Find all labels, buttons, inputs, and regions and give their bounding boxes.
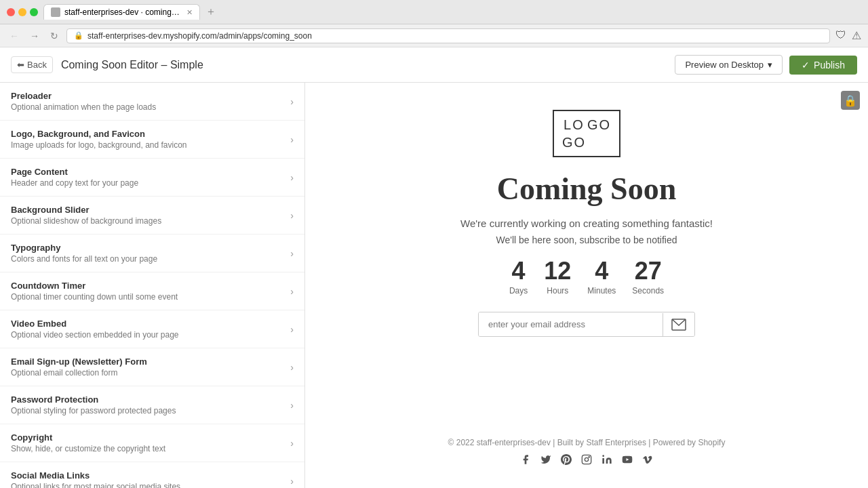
countdown-seconds-value: 27	[635, 259, 662, 283]
logo-box: LO GO GO	[553, 110, 620, 157]
sidebar-item-logo-desc: Image uploads for logo, background, and …	[11, 140, 283, 150]
sidebar-item-page-content-desc: Header and copy text for your page	[11, 178, 283, 188]
preview-button[interactable]: Preview on Desktop ▾	[675, 55, 783, 75]
sidebar-item-logo[interactable]: Logo, Background, and Favicon Image uplo…	[0, 121, 304, 159]
linkedin-icon[interactable]	[601, 454, 612, 468]
chevron-right-icon: ›	[290, 400, 294, 411]
chevron-right-icon: ›	[290, 248, 294, 259]
countdown-days-value: 4	[512, 259, 526, 283]
sidebar-item-social-media-content: Social Media Links Optional links for mo…	[11, 470, 283, 488]
preview-panel: 🔒 LO GO GO Coming Soon We're currently w…	[305, 83, 868, 488]
sidebar-item-background-slider[interactable]: Background Slider Optional slideshow of …	[0, 197, 304, 235]
sidebar-item-countdown-content: Countdown Timer Optional timer counting …	[11, 281, 283, 302]
chevron-right-icon: ›	[290, 210, 294, 221]
sidebar-item-typography-title: Typography	[11, 243, 283, 253]
sidebar-item-page-content[interactable]: Page Content Header and copy text for yo…	[0, 159, 304, 197]
sidebar-item-page-content-title: Page Content	[11, 167, 283, 177]
back-label: Back	[27, 60, 47, 70]
sidebar-item-social-media-title: Social Media Links	[11, 470, 283, 481]
publish-check-icon: ✓	[802, 60, 810, 70]
preview-label: Preview on Desktop	[685, 60, 764, 70]
sidebar-item-email-signup-desc: Optional email collection form	[11, 368, 283, 378]
sidebar-item-video-embed-content: Video Embed Optional video section embed…	[11, 319, 283, 340]
logo-grid: LO GO GO	[562, 117, 611, 150]
sidebar-item-background-slider-content: Background Slider Optional slideshow of …	[11, 205, 283, 226]
preview-frame: 🔒 LO GO GO Coming Soon We're currently w…	[305, 83, 868, 488]
lock-icon[interactable]: 🔒	[841, 91, 860, 110]
tab-close-icon[interactable]: ✕	[186, 8, 193, 17]
sidebar-item-video-embed-title: Video Embed	[11, 319, 283, 329]
logo-tr: GO	[587, 117, 611, 133]
sidebar-item-copyright-desc: Show, hide, or customize the copyright t…	[11, 444, 283, 453]
chevron-right-icon: ›	[290, 286, 294, 297]
svg-rect-1	[582, 455, 591, 464]
sidebar: Preloader Optional animation when the pa…	[0, 83, 305, 488]
svg-point-3	[589, 457, 589, 458]
email-input[interactable]	[479, 312, 663, 336]
chevron-right-icon: ›	[290, 438, 294, 449]
new-tab-icon[interactable]: ＋	[205, 5, 216, 19]
publish-label: Publish	[814, 60, 845, 70]
app-header-right: Preview on Desktop ▾ ✓ Publish	[675, 55, 857, 75]
address-bar[interactable]: 🔒 staff-enterprises-dev.myshopify.com/ad…	[66, 28, 830, 43]
logo-br	[587, 134, 611, 150]
chevron-right-icon: ›	[290, 134, 294, 145]
sidebar-item-preloader[interactable]: Preloader Optional animation when the pa…	[0, 83, 304, 121]
countdown-days: 4 Days	[509, 259, 528, 296]
instagram-icon[interactable]	[581, 454, 592, 468]
nav-refresh-button[interactable]: ↻	[47, 29, 61, 43]
sidebar-item-typography-content: Typography Colors and fonts for all text…	[11, 243, 283, 264]
social-icons	[448, 454, 726, 468]
sidebar-item-social-media-desc: Optional links for most major social med…	[11, 482, 283, 488]
facebook-icon[interactable]	[520, 454, 531, 468]
nav-back-button[interactable]: ←	[7, 29, 22, 43]
footer-copy: © 2022 staff-enterprises-dev | Built by …	[448, 438, 726, 447]
sidebar-item-video-embed[interactable]: Video Embed Optional video section embed…	[0, 310, 304, 348]
vimeo-icon[interactable]	[642, 454, 653, 468]
countdown-seconds: 27 Seconds	[632, 259, 664, 296]
dot-green	[30, 8, 38, 16]
chevron-right-icon: ›	[290, 96, 294, 107]
logo-tl: LO	[562, 117, 586, 133]
nav-forward-button[interactable]: →	[27, 29, 42, 43]
youtube-icon[interactable]	[622, 454, 633, 468]
sidebar-item-password-protection[interactable]: Password Protection Optional styling for…	[0, 386, 304, 424]
send-icon	[671, 319, 686, 331]
sidebar-item-video-embed-desc: Optional video section embedded in your …	[11, 330, 283, 340]
pinterest-icon[interactable]	[561, 454, 572, 468]
sidebar-item-copyright-content: Copyright Show, hide, or customize the c…	[11, 432, 283, 453]
browser-chrome: staff-enterprises-dev · coming… ✕ ＋	[0, 0, 868, 24]
sidebar-item-social-media[interactable]: Social Media Links Optional links for mo…	[0, 462, 304, 488]
email-form	[478, 312, 695, 337]
svg-point-2	[585, 458, 588, 461]
address-bar-row: ← → ↻ 🔒 staff-enterprises-dev.myshopify.…	[0, 24, 868, 47]
sidebar-item-typography[interactable]: Typography Colors and fonts for all text…	[0, 235, 304, 272]
sidebar-item-typography-desc: Colors and fonts for all text on your pa…	[11, 254, 283, 264]
sidebar-item-countdown[interactable]: Countdown Timer Optional timer counting …	[0, 272, 304, 310]
app-header-left: ⬅ Back Coming Soon Editor – Simple	[11, 56, 203, 73]
back-button[interactable]: ⬅ Back	[11, 56, 53, 73]
back-icon: ⬅	[17, 60, 24, 70]
countdown-days-label: Days	[509, 286, 528, 296]
sidebar-item-email-signup[interactable]: Email Sign-up (Newsletter) Form Optional…	[0, 348, 304, 386]
logo-bl: GO	[562, 134, 586, 150]
chevron-right-icon: ›	[290, 172, 294, 183]
page-title: Coming Soon Editor – Simple	[61, 59, 203, 71]
browser-tab[interactable]: staff-enterprises-dev · coming… ✕	[43, 4, 200, 20]
sidebar-item-email-signup-title: Email Sign-up (Newsletter) Form	[11, 357, 283, 367]
sidebar-item-countdown-desc: Optional timer counting down until some …	[11, 292, 283, 302]
extension-icon-2[interactable]: ⚠	[852, 29, 861, 42]
extension-icon-1[interactable]: 🛡	[835, 29, 846, 42]
coming-soon-subscribe: We'll be here soon, subscribe to be noti…	[496, 235, 677, 245]
chevron-right-icon: ›	[290, 324, 294, 335]
tab-title: staff-enterprises-dev · coming…	[64, 7, 180, 17]
sidebar-item-logo-title: Logo, Background, and Favicon	[11, 129, 283, 139]
sidebar-item-password-protection-title: Password Protection	[11, 394, 283, 405]
twitter-icon[interactable]	[540, 454, 551, 468]
publish-button[interactable]: ✓ Publish	[789, 56, 857, 75]
sidebar-item-email-signup-content: Email Sign-up (Newsletter) Form Optional…	[11, 357, 283, 378]
sidebar-item-copyright[interactable]: Copyright Show, hide, or customize the c…	[0, 424, 304, 462]
chevron-right-icon: ›	[290, 362, 294, 373]
countdown-hours: 12 Hours	[544, 259, 571, 296]
email-submit-button[interactable]	[663, 313, 694, 336]
